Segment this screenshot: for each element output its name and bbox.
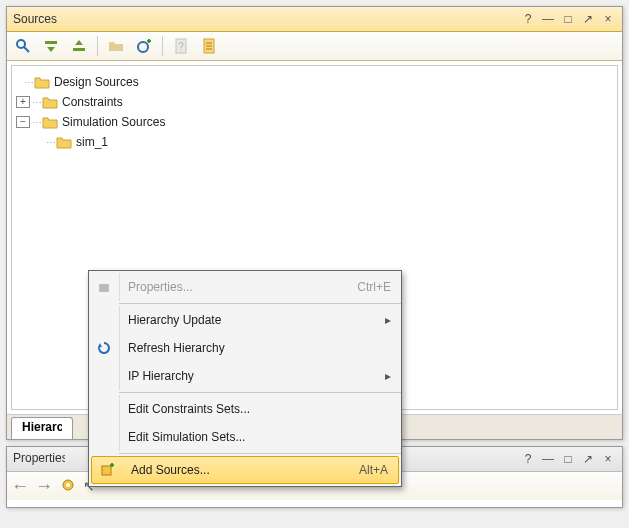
close-icon[interactable]: ×: [600, 452, 616, 466]
open-folder-icon[interactable]: [104, 34, 128, 58]
svg-point-0: [17, 40, 25, 48]
add-sources-icon[interactable]: [132, 34, 156, 58]
help-doc-icon[interactable]: ?: [169, 34, 193, 58]
menu-item-add-sources[interactable]: Add Sources... Alt+A: [91, 456, 399, 484]
tree-label: Design Sources: [54, 75, 139, 89]
tree-node-constraints[interactable]: + ⋯ Constraints: [16, 92, 613, 112]
menu-item-edit-constraints[interactable]: Edit Constraints Sets...: [89, 395, 401, 423]
settings-doc-icon[interactable]: [197, 34, 221, 58]
add-sources-icon: [92, 457, 123, 483]
menu-separator: [119, 392, 401, 393]
gear-icon[interactable]: [59, 476, 77, 497]
minimize-icon[interactable]: —: [540, 452, 556, 466]
svg-marker-16: [98, 343, 102, 347]
expand-all-icon[interactable]: [67, 34, 91, 58]
menu-item-refresh-hierarchy[interactable]: Refresh Hierarchy: [89, 334, 401, 362]
help-icon[interactable]: ?: [520, 12, 536, 26]
popout-icon[interactable]: ↗: [580, 12, 596, 26]
svg-rect-15: [99, 284, 109, 292]
folder-icon: [34, 75, 50, 89]
toolbar-separator: [162, 36, 163, 56]
folder-icon: [56, 135, 72, 149]
context-menu: Properties... Ctrl+E Hierarchy Update ▸ …: [88, 270, 402, 487]
menu-separator: [119, 303, 401, 304]
svg-point-6: [138, 42, 148, 52]
tree-node-design-sources[interactable]: ⋯ Design Sources: [16, 72, 613, 92]
svg-point-14: [66, 483, 70, 487]
refresh-icon: [89, 334, 120, 362]
svg-rect-5: [73, 48, 85, 51]
collapse-all-icon[interactable]: [39, 34, 63, 58]
tree-node-simulation-sources[interactable]: − ⋯ Simulation Sources: [16, 112, 613, 132]
tree-label: Simulation Sources: [62, 115, 165, 129]
search-icon[interactable]: [11, 34, 35, 58]
expand-toggle-icon[interactable]: +: [16, 96, 30, 108]
sources-titlebar: Sources ? — □ ↗ ×: [7, 7, 622, 32]
sources-title: Sources: [13, 12, 516, 26]
svg-rect-17: [102, 466, 111, 475]
submenu-arrow-icon: ▸: [385, 369, 391, 383]
svg-text:?: ?: [178, 41, 184, 52]
forward-icon[interactable]: →: [35, 476, 53, 497]
maximize-icon[interactable]: □: [560, 452, 576, 466]
menu-separator: [119, 453, 401, 454]
maximize-icon[interactable]: □: [560, 12, 576, 26]
collapse-toggle-icon[interactable]: −: [16, 116, 30, 128]
menu-item-properties[interactable]: Properties... Ctrl+E: [89, 273, 401, 301]
menu-item-edit-simulation[interactable]: Edit Simulation Sets...: [89, 423, 401, 451]
back-icon[interactable]: ←: [11, 476, 29, 497]
folder-icon: [42, 95, 58, 109]
minimize-icon[interactable]: —: [540, 12, 556, 26]
menu-item-ip-hierarchy[interactable]: IP Hierarchy ▸: [89, 362, 401, 390]
svg-marker-4: [75, 40, 83, 45]
folder-icon: [42, 115, 58, 129]
svg-line-1: [24, 47, 29, 52]
svg-rect-2: [45, 41, 57, 44]
svg-marker-3: [47, 47, 55, 52]
tree-node-sim1[interactable]: ⋯ sim_1: [16, 132, 613, 152]
properties-icon: [89, 273, 120, 301]
close-icon[interactable]: ×: [600, 12, 616, 26]
tab-hierarchy[interactable]: Hierarchy: [11, 417, 73, 439]
tree-label: Constraints: [62, 95, 123, 109]
tree-label: sim_1: [76, 135, 108, 149]
popout-icon[interactable]: ↗: [580, 452, 596, 466]
toolbar-separator: [97, 36, 98, 56]
help-icon[interactable]: ?: [520, 452, 536, 466]
menu-item-hierarchy-update[interactable]: Hierarchy Update ▸: [89, 306, 401, 334]
submenu-arrow-icon: ▸: [385, 313, 391, 327]
sources-toolbar: ?: [7, 32, 622, 61]
